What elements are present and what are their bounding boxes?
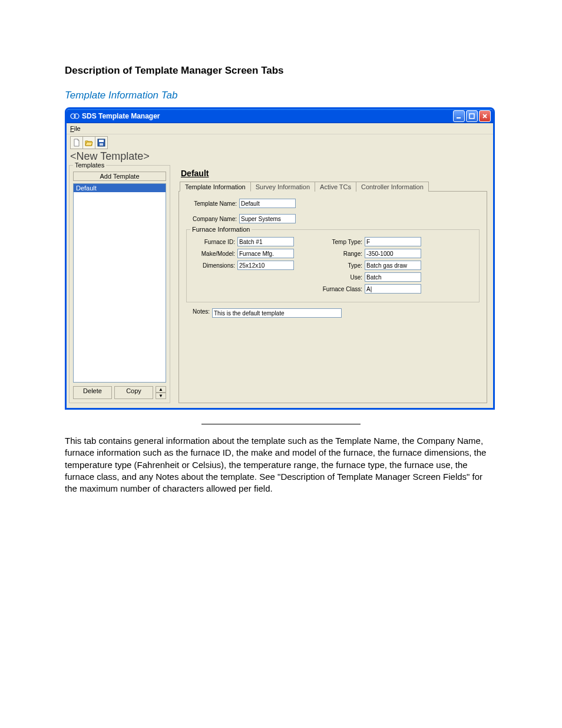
notes-label: Notes: bbox=[186, 308, 210, 315]
template-name-label: Template Name: bbox=[186, 200, 237, 207]
tab-controller-info[interactable]: Controller Information bbox=[356, 182, 429, 192]
menu-file[interactable]: File bbox=[70, 125, 87, 132]
svg-rect-2 bbox=[457, 117, 461, 118]
move-up-button[interactable]: ▲ bbox=[156, 386, 166, 393]
tab-survey-info[interactable]: Survey Information bbox=[250, 182, 315, 192]
temp-type-field[interactable] bbox=[365, 237, 421, 246]
dimensions-label: Dimensions: bbox=[193, 262, 235, 269]
tab-active-tcs[interactable]: Active TCs bbox=[315, 182, 356, 192]
use-field[interactable] bbox=[365, 272, 421, 282]
furnace-id-field[interactable] bbox=[237, 237, 294, 246]
tab-strip: Template Information Survey Information … bbox=[180, 182, 487, 192]
svg-point-1 bbox=[74, 114, 79, 118]
range-label: Range: bbox=[318, 251, 362, 257]
furnace-legend: Furnace Information bbox=[190, 226, 252, 233]
save-icon[interactable] bbox=[95, 136, 108, 149]
template-name-field[interactable] bbox=[239, 199, 296, 208]
page-heading: Description of Template Manager Screen T… bbox=[65, 65, 497, 77]
furnace-info-panel: Furnace Information Furnace ID: Make/Mod… bbox=[186, 229, 480, 302]
window-title: SDS Template Manager bbox=[82, 112, 160, 120]
title-bar: SDS Template Manager bbox=[67, 109, 493, 123]
new-file-icon[interactable] bbox=[70, 136, 83, 149]
templates-panel: Templates Add Template Default Delete Co… bbox=[69, 165, 170, 403]
class-label: Furnace Class: bbox=[318, 286, 362, 292]
screenshot: SDS Template Manager File bbox=[65, 107, 497, 410]
description-paragraph: This tab contains general information ab… bbox=[65, 435, 497, 495]
furnace-id-label: Furnace ID: bbox=[193, 239, 235, 245]
menu-bar: File bbox=[67, 123, 493, 134]
toolbar bbox=[67, 134, 493, 149]
app-icon bbox=[70, 111, 80, 121]
app-window: SDS Template Manager File bbox=[65, 107, 495, 410]
list-item[interactable]: Default bbox=[74, 184, 166, 192]
make-model-field[interactable] bbox=[237, 249, 294, 258]
range-field[interactable] bbox=[365, 249, 421, 258]
open-file-icon[interactable] bbox=[82, 136, 95, 149]
svg-rect-6 bbox=[100, 143, 103, 146]
notes-field[interactable] bbox=[212, 308, 342, 318]
svg-rect-3 bbox=[470, 114, 474, 118]
templates-legend: Templates bbox=[73, 162, 106, 169]
tab-template-info[interactable]: Template Information bbox=[180, 182, 251, 192]
dimensions-field[interactable] bbox=[237, 261, 294, 270]
make-model-label: Make/Model: bbox=[193, 251, 235, 257]
close-button[interactable] bbox=[479, 110, 491, 122]
svg-rect-5 bbox=[99, 140, 104, 142]
class-field[interactable] bbox=[365, 284, 421, 294]
move-down-button[interactable]: ▼ bbox=[156, 393, 166, 399]
add-template-button[interactable]: Add Template bbox=[73, 172, 166, 181]
detail-panel: Default Template Information Survey Info… bbox=[175, 165, 491, 403]
company-name-field[interactable] bbox=[239, 214, 296, 223]
separator bbox=[201, 424, 361, 424]
use-label: Use: bbox=[318, 274, 362, 281]
section-heading: Template Information Tab bbox=[65, 90, 497, 101]
copy-button[interactable]: Copy bbox=[114, 386, 153, 399]
type-field[interactable] bbox=[365, 261, 421, 270]
templates-list[interactable]: Default bbox=[73, 183, 166, 383]
template-title: <New Template> bbox=[67, 149, 493, 165]
type-label: Type: bbox=[318, 262, 362, 269]
company-name-label: Company Name: bbox=[186, 216, 237, 222]
delete-button[interactable]: Delete bbox=[73, 386, 112, 399]
maximize-button[interactable] bbox=[466, 110, 478, 122]
tab-page: Template Name: Company Name: Furnace Inf… bbox=[178, 191, 487, 403]
temp-type-label: Temp Type: bbox=[318, 239, 362, 245]
detail-title: Default bbox=[178, 167, 487, 182]
minimize-button[interactable] bbox=[453, 110, 465, 122]
